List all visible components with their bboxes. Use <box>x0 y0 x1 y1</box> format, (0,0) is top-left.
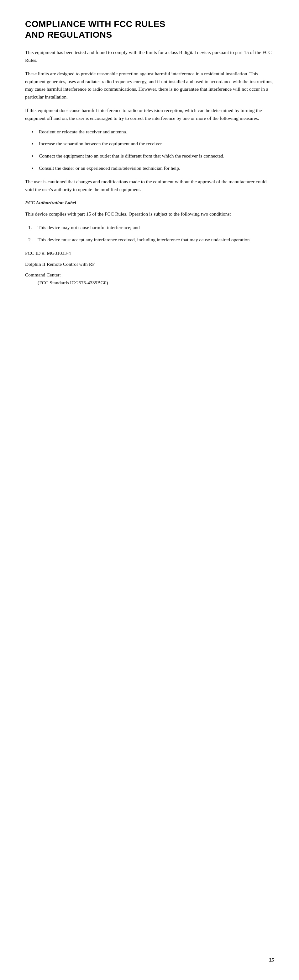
fcc-subtitle: FCC Authorization Label <box>25 199 274 207</box>
paragraph-2: These limits are designed to provide rea… <box>25 70 274 101</box>
list-number: 1. <box>28 224 32 232</box>
paragraph-1: This equipment has been tested and found… <box>25 49 274 64</box>
numbered-list: 1. This device may not cause harmful int… <box>28 224 274 244</box>
paragraph-3: If this equipment does cause harmful int… <box>25 107 274 123</box>
fcc-command: Command Center: <box>25 271 274 279</box>
fcc-id: FCC ID #: MG31033-4 <box>25 250 274 257</box>
list-number: 2. <box>28 236 32 244</box>
list-item: Increase the separation between the equi… <box>31 140 274 148</box>
list-item: Reorient or relocate the receiver and an… <box>31 128 274 136</box>
page: COMPLIANCE WITH FCC RULES AND REGULATION… <box>0 0 299 980</box>
fcc-standards: (FCC Standards IC:2575-4339BG0) <box>25 279 274 287</box>
list-item: 2. This device must accept any interfere… <box>28 236 274 244</box>
list-item: 1. This device may not cause harmful int… <box>28 224 274 232</box>
list-item: Consult the dealer or an experienced rad… <box>31 164 274 172</box>
page-title: COMPLIANCE WITH FCC RULES AND REGULATION… <box>25 19 274 40</box>
list-item: Connect the equipment into an outlet tha… <box>31 152 274 160</box>
bullet-list: Reorient or relocate the receiver and an… <box>31 128 274 172</box>
page-number: 35 <box>269 956 274 964</box>
paragraph-4: The user is cautioned that changes and m… <box>25 178 274 194</box>
fcc-device: Dolphin II Remote Control with RF <box>25 261 274 268</box>
fcc-paragraph-1: This device complies with part 15 of the… <box>25 210 274 218</box>
